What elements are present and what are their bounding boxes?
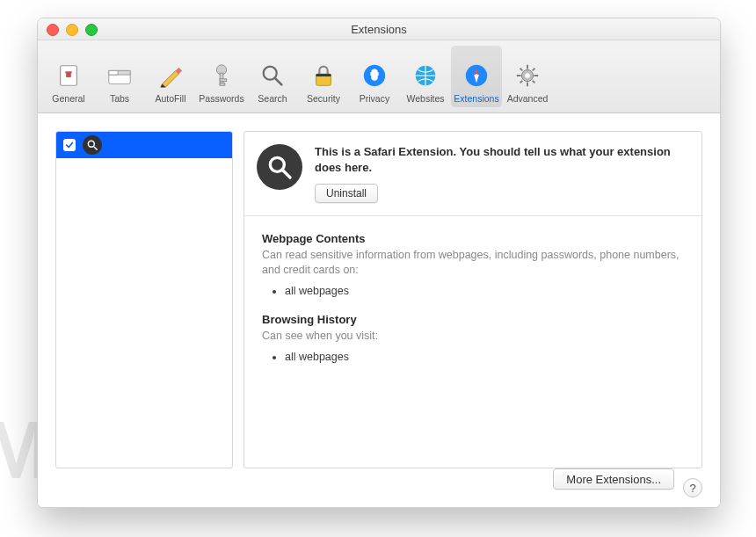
svg-point-23 [525, 73, 530, 78]
svg-rect-8 [220, 79, 227, 82]
titlebar[interactable]: Extensions [38, 18, 720, 40]
security-icon [309, 62, 338, 90]
magnifier-icon [83, 135, 102, 155]
permission-item: all webpages [285, 283, 684, 299]
permission-subtitle: Can see when you visit: [262, 329, 684, 344]
extensions-sidebar [55, 131, 233, 468]
extensions-icon [462, 62, 491, 90]
toolbar-tabs[interactable]: Tabs [94, 46, 145, 107]
svg-rect-2 [65, 71, 72, 73]
toolbar-label: Passwords [199, 93, 244, 104]
passwords-icon [207, 62, 236, 90]
extension-description: This is a Safari Extension. You should t… [315, 144, 687, 175]
toolbar-websites[interactable]: Websites [400, 46, 451, 107]
toolbar-advanced[interactable]: Advanced [502, 46, 553, 107]
toolbar-label: General [52, 93, 84, 104]
window-title: Extensions [351, 23, 407, 36]
window-controls [47, 24, 98, 36]
permissions-section: Webpage ContentsCan read sensitive infor… [244, 216, 701, 389]
autofill-icon [156, 62, 185, 90]
svg-point-21 [475, 74, 478, 77]
extension-list-item[interactable] [56, 132, 232, 158]
toolbar: GeneralTabsAutoFillPasswordsSearchSecuri… [38, 40, 720, 113]
permission-subtitle: Can read sensitive information from webp… [262, 248, 684, 278]
preferences-window: Extensions GeneralTabsAutoFillPasswordsS… [37, 18, 721, 508]
privacy-icon [360, 62, 389, 90]
more-extensions-button[interactable]: More Extensions... [553, 468, 674, 490]
permission-title: Webpage Contents [262, 232, 684, 245]
permission-title: Browsing History [262, 313, 684, 326]
main-area: This is a Safari Extension. You should t… [38, 113, 720, 468]
toolbar-label: Extensions [454, 93, 498, 104]
close-window-button[interactable] [47, 24, 59, 36]
general-icon [55, 62, 83, 90]
svg-rect-5 [109, 70, 118, 75]
svg-line-27 [283, 171, 290, 178]
toolbar-general[interactable]: General [43, 46, 94, 107]
toolbar-search[interactable]: Search [247, 46, 298, 107]
websites-icon [411, 62, 440, 90]
toolbar-label: Security [307, 93, 340, 104]
toolbar-security[interactable]: Security [298, 46, 349, 107]
svg-rect-13 [316, 74, 331, 76]
extension-detail-panel: This is a Safari Extension. You should t… [244, 131, 702, 468]
extension-enabled-checkbox[interactable] [63, 139, 76, 151]
search-icon [258, 62, 287, 90]
toolbar-privacy[interactable]: Privacy [349, 46, 400, 107]
toolbar-label: AutoFill [155, 93, 185, 104]
permission-list: all webpages [262, 349, 684, 365]
uninstall-button[interactable]: Uninstall [315, 184, 378, 203]
toolbar-label: Search [258, 93, 287, 104]
help-button[interactable]: ? [683, 478, 702, 497]
svg-rect-16 [370, 72, 378, 76]
toolbar-passwords[interactable]: Passwords [196, 46, 247, 107]
tabs-icon [105, 62, 134, 90]
toolbar-label: Websites [407, 93, 445, 104]
toolbar-label: Privacy [360, 93, 389, 104]
svg-line-25 [94, 147, 98, 150]
footer: More Extensions... ? [38, 468, 720, 507]
detail-header: This is a Safari Extension. You should t… [244, 132, 701, 216]
minimize-window-button[interactable] [66, 24, 78, 36]
toolbar-extensions[interactable]: Extensions [451, 46, 502, 107]
magnifier-icon [257, 144, 302, 190]
permission-list: all webpages [262, 283, 684, 299]
advanced-icon [513, 62, 542, 90]
toolbar-label: Tabs [110, 93, 129, 104]
toolbar-label: Advanced [507, 93, 549, 104]
content: This is a Safari Extension. You should t… [38, 113, 720, 507]
svg-line-11 [275, 78, 282, 85]
permission-item: all webpages [285, 349, 684, 365]
svg-rect-9 [220, 83, 225, 85]
toolbar-autofill[interactable]: AutoFill [145, 46, 196, 107]
zoom-window-button[interactable] [85, 24, 98, 36]
backdrop: MALWARETIPS Extensions GeneralTabsAutoFi… [0, 0, 756, 537]
